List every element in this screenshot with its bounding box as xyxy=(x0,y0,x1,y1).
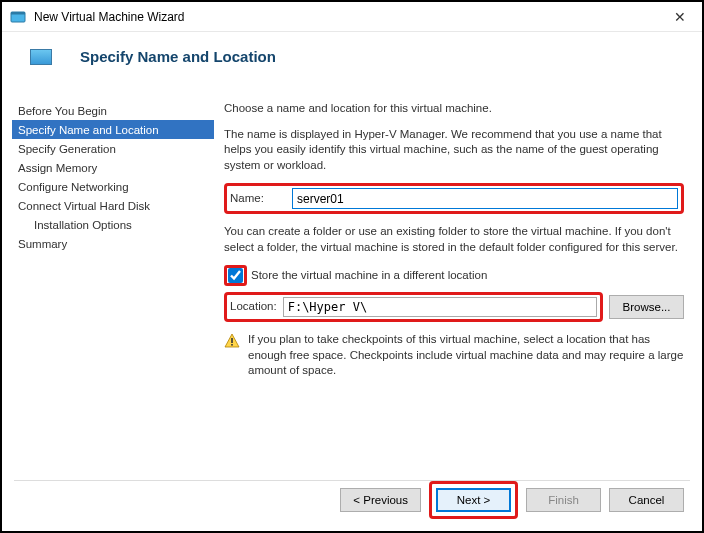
content-panel: Choose a name and location for this virt… xyxy=(214,93,702,379)
svg-rect-2 xyxy=(231,338,233,343)
svg-rect-1 xyxy=(11,12,25,15)
folder-help-text: You can create a folder or use an existi… xyxy=(224,224,684,255)
wizard-header: Specify Name and Location xyxy=(2,32,702,93)
step-connect-virtual-hard-disk[interactable]: Connect Virtual Hard Disk xyxy=(12,196,214,215)
svg-rect-3 xyxy=(231,344,233,346)
step-specify-generation[interactable]: Specify Generation xyxy=(12,139,214,158)
titlebar: New Virtual Machine Wizard ✕ xyxy=(2,2,702,32)
wizard-header-icon xyxy=(30,49,52,65)
location-label: Location: xyxy=(230,299,277,315)
intro-text: Choose a name and location for this virt… xyxy=(224,101,684,117)
wizard-steps-sidebar: Before You Begin Specify Name and Locati… xyxy=(2,93,214,379)
step-specify-name-and-location[interactable]: Specify Name and Location xyxy=(12,120,214,139)
warning-text: If you plan to take checkpoints of this … xyxy=(248,332,684,379)
next-button[interactable]: Next > xyxy=(436,488,511,512)
store-different-location-checkbox[interactable] xyxy=(228,268,243,283)
footer-buttons: < Previous Next > Finish Cancel xyxy=(340,481,684,519)
name-highlight: Name: xyxy=(224,183,684,214)
name-label: Name: xyxy=(230,191,292,207)
previous-button[interactable]: < Previous xyxy=(340,488,421,512)
step-installation-options[interactable]: Installation Options xyxy=(12,215,214,234)
next-highlight: Next > xyxy=(429,481,518,519)
location-highlight: Location: xyxy=(224,292,603,322)
main-area: Before You Begin Specify Name and Locati… xyxy=(2,93,702,379)
name-input[interactable] xyxy=(292,188,678,209)
step-configure-networking[interactable]: Configure Networking xyxy=(12,177,214,196)
cancel-button[interactable]: Cancel xyxy=(609,488,684,512)
step-before-you-begin[interactable]: Before You Begin xyxy=(12,101,214,120)
name-help-text: The name is displayed in Hyper-V Manager… xyxy=(224,127,684,174)
finish-button[interactable]: Finish xyxy=(526,488,601,512)
store-checkbox-highlight xyxy=(224,265,247,286)
warning-icon xyxy=(224,333,240,349)
step-assign-memory[interactable]: Assign Memory xyxy=(12,158,214,177)
window-title: New Virtual Machine Wizard xyxy=(34,10,666,24)
page-title: Specify Name and Location xyxy=(80,48,276,65)
window-icon xyxy=(10,9,26,25)
close-icon[interactable]: ✕ xyxy=(666,7,694,27)
store-checkbox-label: Store the virtual machine in a different… xyxy=(251,268,487,284)
location-input[interactable] xyxy=(283,297,597,317)
browse-button[interactable]: Browse... xyxy=(609,295,684,319)
step-summary[interactable]: Summary xyxy=(12,234,214,253)
